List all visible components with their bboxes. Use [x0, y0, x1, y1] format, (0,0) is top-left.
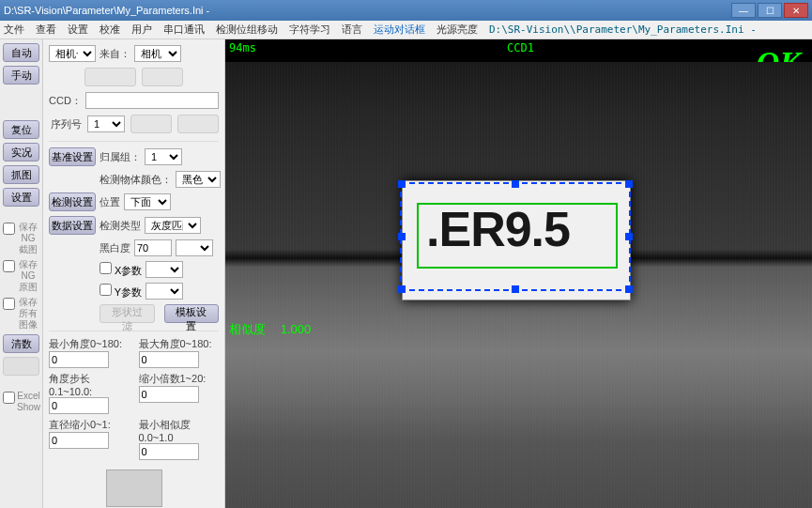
manual-button[interactable]: 手动: [3, 66, 39, 85]
window-titlebar: D:\SR-Vision\Parameter\My_Parameters.Ini…: [0, 0, 812, 21]
settings-button[interactable]: 设置: [3, 188, 39, 207]
close-button[interactable]: ✕: [784, 3, 808, 18]
clear-count-button[interactable]: 清数: [3, 334, 39, 353]
timing-label: 94ms: [229, 41, 256, 54]
detect-mode-select[interactable]: 灰度匹配: [145, 217, 201, 234]
scale-input[interactable]: [139, 386, 199, 403]
excel-show-check[interactable]: Excel Show: [3, 391, 39, 413]
ccd-input[interactable]: [85, 92, 219, 109]
ccd-overlay-label: CCD1: [507, 41, 534, 54]
outer-roi[interactable]: [400, 182, 631, 291]
camera-main-select[interactable]: 相机一: [49, 45, 96, 62]
roi-handle-bl[interactable]: [398, 285, 406, 293]
angle-step-input[interactable]: [49, 397, 109, 414]
big-action-button[interactable]: [106, 470, 162, 507]
menu-calib[interactable]: 校准: [100, 23, 120, 37]
menu-path-info: D:\SR-Vision\\Parameter\My_Parameters.In…: [489, 23, 757, 36]
menu-motion-dialog[interactable]: 运动对话框: [374, 23, 425, 37]
save-ng-front-checkbox[interactable]: [3, 223, 15, 235]
min-sim-label: 最小相似度0.0~1.0: [139, 418, 220, 443]
detect-mode-label: 检测类型: [100, 219, 141, 233]
color-select[interactable]: 黑色: [176, 171, 221, 188]
auto-button[interactable]: 自动: [3, 43, 39, 62]
roi-handle-tl[interactable]: [398, 180, 406, 188]
dc-shrink-label: 直径缩小0~1:: [49, 418, 130, 432]
bw-input[interactable]: [134, 239, 172, 256]
shape-filter-button[interactable]: 形状过滤: [100, 304, 155, 323]
bw-aux-select[interactable]: [176, 239, 213, 256]
menu-lang[interactable]: 语言: [342, 23, 362, 37]
pos-label: 位置: [100, 195, 120, 209]
min-angle-input[interactable]: [49, 351, 109, 368]
save-all-checkbox[interactable]: [3, 298, 15, 310]
max-angle-input[interactable]: [139, 351, 199, 368]
save-ng-orig-checkbox[interactable]: [3, 260, 15, 272]
seq-btn-2[interactable]: [177, 115, 219, 133]
base-settings-tab[interactable]: 基准设置: [49, 147, 96, 166]
disabled-button: [3, 357, 39, 376]
menu-serial[interactable]: 串口通讯: [163, 23, 205, 37]
left-button-bar: 自动 手动 复位 实况 抓图 设置 保存NG截图 保存NG原图 保存所有图像 清…: [0, 39, 43, 508]
dc-shrink-input[interactable]: [49, 432, 109, 449]
roi-handle-bm[interactable]: [512, 285, 519, 293]
menu-detect-move[interactable]: 检测位组移动: [216, 23, 278, 37]
max-angle-label: 最大角度0~180:: [139, 337, 220, 351]
menu-file[interactable]: 文件: [4, 23, 24, 37]
template-button[interactable]: 模板设置: [164, 304, 220, 323]
menu-view[interactable]: 查看: [36, 23, 56, 37]
min-sim-input[interactable]: [139, 443, 199, 460]
settings-panel: 相机一 来自： 相机 ▾ CCD： 序列号 1 基准设置 归属组： 1: [43, 39, 225, 508]
live-button[interactable]: 实况: [3, 143, 39, 162]
from-label: 来自：: [100, 47, 130, 61]
seq-label: 序列号: [51, 117, 82, 131]
save-all-check[interactable]: 保存所有图像: [3, 297, 39, 331]
roi-handle-tm[interactable]: [512, 180, 519, 188]
group-select[interactable]: 1: [145, 148, 182, 165]
x-param-check[interactable]: X参数: [100, 262, 142, 278]
save-ng-front-check[interactable]: 保存NG截图: [3, 222, 39, 255]
color-label: 检测物体颜色：: [100, 173, 172, 187]
dim-button-2[interactable]: [142, 68, 183, 86]
seq-btn-1[interactable]: [130, 115, 172, 133]
scale-label: 缩小倍数1~20:: [139, 372, 220, 386]
ccd-label: CCD：: [49, 94, 82, 108]
y-param-select[interactable]: [146, 283, 183, 300]
menu-settings[interactable]: 设置: [68, 23, 88, 37]
grab-button[interactable]: 抓图: [3, 165, 39, 184]
bw-label: 黑白度: [100, 241, 130, 255]
menu-bar: 文件 查看 设置 校准 用户 串口通讯 检测位组移动 字符学习 语言 运动对话框…: [0, 21, 812, 39]
camera-image: .ER9.5 相似度 1.000: [225, 62, 812, 508]
menu-char-learn[interactable]: 字符学习: [289, 23, 330, 37]
menu-user[interactable]: 用户: [131, 23, 152, 37]
min-angle-label: 最小角度0~180:: [49, 337, 130, 351]
pos-select[interactable]: 下面: [124, 193, 171, 210]
camera-type-select[interactable]: 相机 ▾: [134, 45, 181, 62]
window-title: D:\SR-Vision\Parameter\My_Parameters.Ini…: [4, 5, 731, 16]
group-label: 归属组：: [100, 150, 141, 164]
save-ng-orig-check[interactable]: 保存NG原图: [3, 259, 39, 293]
roi-handle-mr[interactable]: [625, 233, 633, 240]
data-settings-tab[interactable]: 数据设置: [49, 216, 96, 235]
maximize-button[interactable]: ☐: [758, 3, 782, 18]
similarity-readout: 相似度 1.000: [229, 321, 311, 338]
menu-light[interactable]: 光源亮度: [437, 23, 478, 37]
seq-select[interactable]: 1: [87, 115, 125, 132]
camera-viewer: 94ms CCD1 OK 总数: 0 OK数: 0 合格率: 0.000% .E…: [225, 39, 812, 508]
x-param-select[interactable]: [146, 261, 183, 278]
roi-handle-ml[interactable]: [398, 233, 406, 240]
minimize-button[interactable]: —: [731, 3, 756, 18]
dim-button-1[interactable]: [84, 68, 136, 86]
roi-handle-tr[interactable]: [625, 180, 633, 188]
y-param-check[interactable]: Y参数: [100, 284, 142, 300]
detect-settings-tab[interactable]: 检测设置: [49, 192, 96, 211]
roi-handle-br[interactable]: [625, 285, 633, 293]
y-param-checkbox[interactable]: [100, 284, 112, 296]
x-param-checkbox[interactable]: [100, 262, 112, 274]
angle-step-label: 角度步长0.1~10.0:: [49, 372, 130, 397]
reset-button[interactable]: 复位: [3, 120, 39, 139]
window-controls: — ☐ ✕: [731, 3, 808, 18]
excel-show-checkbox[interactable]: [3, 392, 15, 404]
